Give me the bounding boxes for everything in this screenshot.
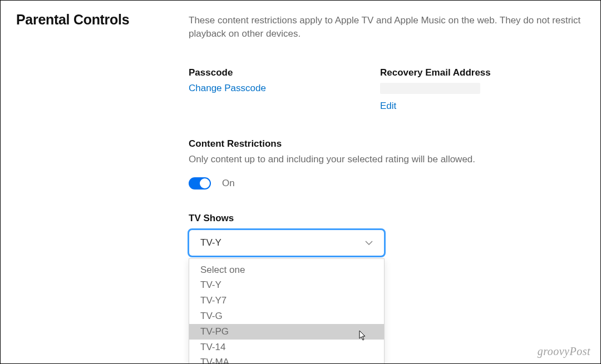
content-restrictions-subtext: Only content up to and including your se… <box>189 154 585 165</box>
tv-shows-select[interactable]: TV-Y <box>189 230 385 256</box>
tv-shows-dropdown: Select one TV-Y TV-Y7 TV-G TV-PG TV-14 T… <box>189 258 385 364</box>
passcode-heading: Passcode <box>189 67 380 78</box>
page-title: Parental Controls <box>16 12 189 28</box>
page-description: These content restrictions apply to Appl… <box>189 14 585 41</box>
dropdown-option-tvy[interactable]: TV-Y <box>189 277 384 293</box>
toggle-state-label: On <box>222 178 235 189</box>
content-restrictions-toggle[interactable] <box>189 177 211 190</box>
recovery-email-heading: Recovery Email Address <box>380 67 585 78</box>
content-restrictions-heading: Content Restrictions <box>189 138 585 149</box>
chevron-down-icon <box>365 239 373 247</box>
dropdown-option-tvpg[interactable]: TV-PG <box>189 324 384 340</box>
watermark: groovyPost <box>538 345 590 358</box>
dropdown-option-tvg[interactable]: TV-G <box>189 308 384 324</box>
dropdown-option-tv14[interactable]: TV-14 <box>189 340 384 355</box>
dropdown-option-placeholder[interactable]: Select one <box>189 259 384 278</box>
tv-shows-label: TV Shows <box>189 213 585 224</box>
recovery-email-value <box>380 83 480 94</box>
dropdown-option-tvma[interactable]: TV-MA <box>189 355 384 364</box>
tv-shows-selected-value: TV-Y <box>200 237 221 248</box>
edit-recovery-email-link[interactable]: Edit <box>380 101 396 112</box>
change-passcode-link[interactable]: Change Passcode <box>189 83 266 94</box>
dropdown-option-tvy7[interactable]: TV-Y7 <box>189 293 384 308</box>
